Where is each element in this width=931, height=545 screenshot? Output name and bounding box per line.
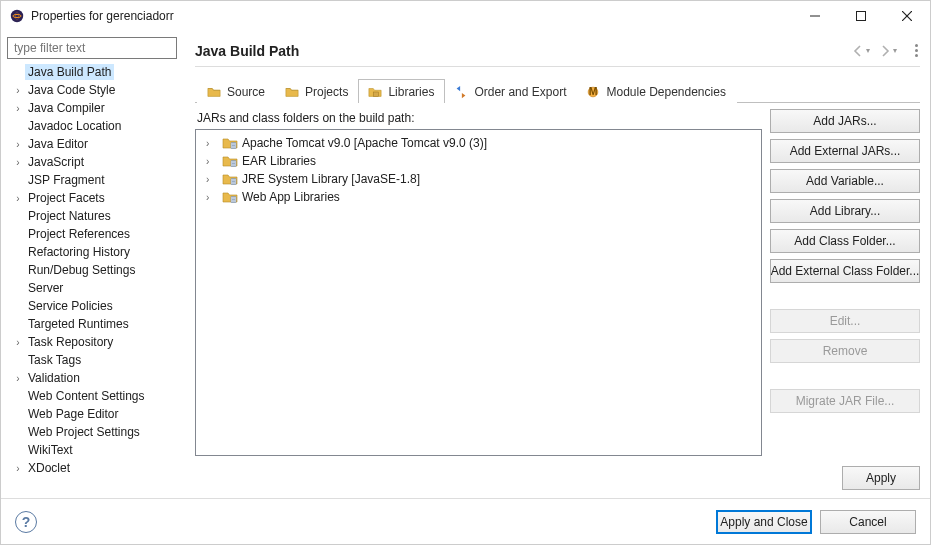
tab-label: Libraries	[388, 85, 434, 99]
sidebar-item[interactable]: ›Java Editor	[7, 135, 185, 153]
library-item[interactable]: ›Web App Libraries	[196, 188, 761, 206]
footer-buttons: Apply and Close Cancel	[716, 510, 916, 534]
tab-projects[interactable]: Projects	[275, 79, 359, 103]
expand-arrow-icon[interactable]: ›	[206, 156, 218, 167]
nav-arrows: ▾ ▾	[851, 42, 920, 59]
sidebar-item[interactable]: ›Service Policies	[7, 297, 185, 315]
expand-arrow-icon[interactable]: ›	[11, 85, 25, 96]
sidebar-item[interactable]: ›Server	[7, 279, 185, 297]
expand-arrow-icon[interactable]: ›	[11, 157, 25, 168]
sidebar-item[interactable]: ›WikiText	[7, 441, 185, 459]
sidebar-item[interactable]: ›Task Tags	[7, 351, 185, 369]
sidebar-item[interactable]: ›Java Compiler	[7, 99, 185, 117]
expand-arrow-icon[interactable]: ›	[11, 193, 25, 204]
filter-input[interactable]	[7, 37, 177, 59]
add-external-class-folder-button[interactable]: Add External Class Folder...	[770, 259, 920, 283]
window-controls	[792, 1, 930, 31]
remove-button[interactable]: Remove	[770, 339, 920, 363]
apply-row: Apply	[195, 462, 920, 498]
sidebar-item-label: Refactoring History	[25, 244, 133, 260]
sidebar-item[interactable]: ›Project Natures	[7, 207, 185, 225]
sidebar-item-label: Task Repository	[25, 334, 116, 350]
module-icon: M	[585, 84, 601, 100]
add-external-jars-button[interactable]: Add External JARs...	[770, 139, 920, 163]
close-button[interactable]	[884, 1, 930, 31]
expand-arrow-icon[interactable]: ›	[206, 174, 218, 185]
tab-label: Module Dependencies	[606, 85, 725, 99]
libraries-tab-body: JARs and class folders on the build path…	[195, 103, 920, 462]
properties-dialog: Properties for gerenciadorr ›Java Build …	[0, 0, 931, 545]
library-label: Apache Tomcat v9.0 [Apache Tomcat v9.0 (…	[242, 136, 487, 150]
window-title: Properties for gerenciadorr	[31, 9, 792, 23]
svg-text:M: M	[589, 85, 598, 97]
tab-order-and-export[interactable]: Order and Export	[444, 79, 577, 103]
expand-arrow-icon[interactable]: ›	[11, 103, 25, 114]
sidebar-item[interactable]: ›Web Project Settings	[7, 423, 185, 441]
sidebar-item-label: Javadoc Location	[25, 118, 124, 134]
page-title: Java Build Path	[195, 43, 851, 59]
sidebar-item-label: Web Page Editor	[25, 406, 122, 422]
sidebar-item[interactable]: ›Javadoc Location	[7, 117, 185, 135]
sidebar-item-label: Targeted Runtimes	[25, 316, 132, 332]
sidebar-item-label: Validation	[25, 370, 83, 386]
sidebar-item[interactable]: ›Java Build Path	[7, 63, 185, 81]
dialog-footer: ? Apply and Close Cancel	[1, 498, 930, 544]
migrate-jar-button[interactable]: Migrate JAR File...	[770, 389, 920, 413]
add-class-folder-button[interactable]: Add Class Folder...	[770, 229, 920, 253]
expand-arrow-icon[interactable]: ›	[11, 373, 25, 384]
sidebar-item-label: JavaScript	[25, 154, 87, 170]
library-item[interactable]: ›Apache Tomcat v9.0 [Apache Tomcat v9.0 …	[196, 134, 761, 152]
expand-arrow-icon[interactable]: ›	[11, 337, 25, 348]
add-variable-button[interactable]: Add Variable...	[770, 169, 920, 193]
sidebar-item-label: XDoclet	[25, 460, 73, 476]
sidebar-item-label: Server	[25, 280, 66, 296]
sidebar-item[interactable]: ›Project Facets	[7, 189, 185, 207]
tab-source[interactable]: Source	[197, 79, 276, 103]
tab-libraries[interactable]: Libraries	[358, 79, 445, 103]
expand-arrow-icon[interactable]: ›	[11, 463, 25, 474]
sidebar-item[interactable]: ›Web Page Editor	[7, 405, 185, 423]
sidebar-item[interactable]: ›Refactoring History	[7, 243, 185, 261]
help-button[interactable]: ?	[15, 511, 37, 533]
view-menu-button[interactable]	[913, 42, 920, 59]
nav-back-button[interactable]: ▾	[851, 44, 876, 58]
library-item[interactable]: ›EAR Libraries	[196, 152, 761, 170]
minimize-button[interactable]	[792, 1, 838, 31]
sidebar-item[interactable]: ›Run/Debug Settings	[7, 261, 185, 279]
add-jars-button[interactable]: Add JARs...	[770, 109, 920, 133]
expand-arrow-icon[interactable]: ›	[11, 139, 25, 150]
expand-arrow-icon[interactable]: ›	[206, 138, 218, 149]
sidebar-item[interactable]: ›JSP Fragment	[7, 171, 185, 189]
apply-and-close-button[interactable]: Apply and Close	[716, 510, 812, 534]
sidebar-item[interactable]: ›Task Repository	[7, 333, 185, 351]
sidebar-item[interactable]: ›Java Code Style	[7, 81, 185, 99]
svg-rect-7	[374, 92, 379, 96]
library-icon	[222, 135, 238, 151]
library-label: EAR Libraries	[242, 154, 316, 168]
sidebar-item-label: Web Project Settings	[25, 424, 143, 440]
sidebar-item[interactable]: ›Targeted Runtimes	[7, 315, 185, 333]
libraries-tree[interactable]: ›Apache Tomcat v9.0 [Apache Tomcat v9.0 …	[195, 129, 762, 456]
tab-module-dependencies[interactable]: MModule Dependencies	[576, 79, 736, 103]
apply-button[interactable]: Apply	[842, 466, 920, 490]
library-item[interactable]: ›JRE System Library [JavaSE-1.8]	[196, 170, 761, 188]
maximize-button[interactable]	[838, 1, 884, 31]
edit-button[interactable]: Edit...	[770, 309, 920, 333]
property-page: Java Build Path ▾ ▾ SourceProjectsLibrar…	[185, 31, 930, 498]
sidebar-item[interactable]: ›Web Content Settings	[7, 387, 185, 405]
category-tree[interactable]: ›Java Build Path›Java Code Style›Java Co…	[7, 63, 185, 498]
sidebar-item-label: Java Build Path	[25, 64, 114, 80]
sidebar-item[interactable]: ›Validation	[7, 369, 185, 387]
category-panel: ›Java Build Path›Java Code Style›Java Co…	[1, 31, 185, 498]
sidebar-item[interactable]: ›Project References	[7, 225, 185, 243]
tab-label: Order and Export	[474, 85, 566, 99]
sidebar-item[interactable]: ›XDoclet	[7, 459, 185, 477]
library-label: JRE System Library [JavaSE-1.8]	[242, 172, 420, 186]
sidebar-item[interactable]: ›JavaScript	[7, 153, 185, 171]
add-library-button[interactable]: Add Library...	[770, 199, 920, 223]
sidebar-item-label: Java Editor	[25, 136, 91, 152]
jar-icon	[367, 84, 383, 100]
cancel-button[interactable]: Cancel	[820, 510, 916, 534]
expand-arrow-icon[interactable]: ›	[206, 192, 218, 203]
nav-forward-button[interactable]: ▾	[878, 44, 903, 58]
